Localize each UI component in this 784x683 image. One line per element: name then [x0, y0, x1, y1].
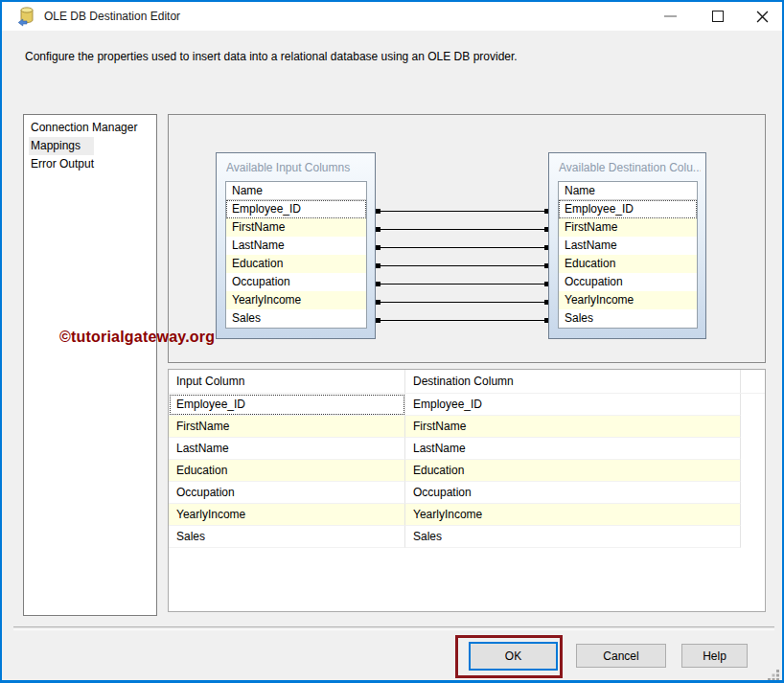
input-column-cell[interactable]: Education [169, 460, 405, 482]
connection-line [376, 209, 549, 214]
database-destination-icon [17, 6, 36, 27]
destination-column-item[interactable]: Employee_ID [559, 200, 697, 218]
connection-line [376, 318, 549, 323]
destination-box-title: Available Destination Colu... [559, 161, 701, 174]
window-title: OLE DB Destination Editor [44, 10, 180, 23]
destination-column-cell[interactable]: Employee_ID [405, 394, 741, 416]
cancel-button[interactable]: Cancel [576, 644, 666, 668]
sidebar-item-mappings[interactable]: Mappings [24, 137, 156, 155]
tutorialgateway-watermark: ©tutorialgateway.org [59, 329, 215, 346]
input-column-item[interactable]: Sales [226, 309, 366, 328]
destination-column-cell[interactable]: Education [405, 460, 741, 482]
available-destination-columns-box[interactable]: Available Destination Colu... Name Emplo… [548, 152, 706, 339]
input-column-header: Input Column [169, 370, 405, 393]
dialog-description: Configure the properties used to insert … [25, 50, 518, 63]
minimize-button[interactable] [654, 2, 686, 31]
input-column-item[interactable]: Occupation [226, 273, 366, 291]
input-column-cell[interactable]: Occupation [169, 482, 405, 504]
input-column-cell[interactable]: YearlyIncome [169, 504, 405, 526]
button-separator-line [13, 626, 774, 630]
destination-column-cell[interactable]: Sales [405, 526, 741, 548]
destination-column-cell[interactable]: YearlyIncome [405, 504, 741, 526]
input-column-cell[interactable]: FirstName [169, 416, 405, 438]
input-column-item[interactable]: YearlyIncome [226, 291, 366, 309]
input-column-cell[interactable]: Sales [169, 526, 405, 548]
mapping-row: Sales Sales [169, 526, 765, 548]
destination-column-header: Destination Column [405, 370, 741, 393]
destination-column-cell[interactable]: LastName [405, 438, 741, 460]
mapping-row: Education Education [169, 460, 765, 482]
connection-line [376, 300, 549, 305]
input-column-item[interactable]: Education [226, 255, 366, 273]
pages-sidebar: Connection Manager Mappings Error Output [23, 114, 157, 616]
mapping-row: YearlyIncome YearlyIncome [169, 504, 765, 526]
resize-grip-icon[interactable] [768, 670, 771, 672]
destination-column-cell[interactable]: Occupation [405, 482, 741, 504]
mapping-row: FirstName FirstName [169, 416, 765, 438]
connection-line [376, 263, 549, 268]
destination-column-item[interactable]: Occupation [559, 273, 697, 291]
input-columns-list: Name Employee_ID FirstName LastName Educ… [225, 181, 367, 329]
minimize-icon [664, 15, 677, 17]
help-button[interactable]: Help [681, 644, 748, 668]
ok-button[interactable]: OK [469, 642, 558, 671]
mapping-row: LastName LastName [169, 438, 765, 460]
mapping-grid-header: Input Column Destination Column [169, 370, 765, 394]
input-list-header: Name [226, 182, 366, 200]
title-bar[interactable]: OLE DB Destination Editor [2, 2, 782, 31]
maximize-icon [712, 11, 724, 22]
input-column-item[interactable]: FirstName [226, 218, 366, 237]
column-mapping-grid: Input Column Destination Column Employee… [168, 369, 766, 612]
input-column-item[interactable]: LastName [226, 237, 366, 255]
sidebar-item-error-output[interactable]: Error Output [24, 155, 156, 173]
mapping-row: Employee_ID Employee_ID [169, 394, 765, 416]
connection-line [376, 227, 549, 232]
close-button[interactable] [746, 2, 778, 31]
destination-list-header: Name [559, 182, 697, 200]
destination-column-item[interactable]: FirstName [559, 218, 697, 237]
mapping-connection-lines[interactable] [376, 205, 549, 331]
connection-line [376, 245, 549, 250]
destination-column-item[interactable]: Sales [559, 309, 697, 328]
destination-column-item[interactable]: Education [559, 255, 697, 273]
destination-column-item[interactable]: LastName [559, 237, 697, 255]
destination-column-cell[interactable]: FirstName [405, 416, 741, 438]
connection-line [376, 282, 549, 286]
input-column-cell[interactable]: Employee_ID [169, 394, 405, 416]
available-input-columns-box[interactable]: Available Input Columns Name Employee_ID… [216, 152, 376, 339]
input-column-cell[interactable]: LastName [169, 438, 405, 460]
mapping-row: Occupation Occupation [169, 482, 765, 504]
sidebar-item-connection-manager[interactable]: Connection Manager [24, 119, 156, 137]
destination-column-item[interactable]: YearlyIncome [559, 291, 697, 309]
ole-db-destination-editor-window: OLE DB Destination Editor Configure the … [0, 0, 784, 683]
input-box-title: Available Input Columns [226, 161, 370, 174]
mapping-diagram-panel: Available Input Columns Name Employee_ID… [168, 114, 766, 363]
close-icon [756, 11, 769, 23]
maximize-button[interactable] [702, 2, 734, 31]
input-column-item[interactable]: Employee_ID [226, 200, 366, 218]
destination-columns-list: Name Employee_ID FirstName LastName Educ… [558, 181, 698, 329]
